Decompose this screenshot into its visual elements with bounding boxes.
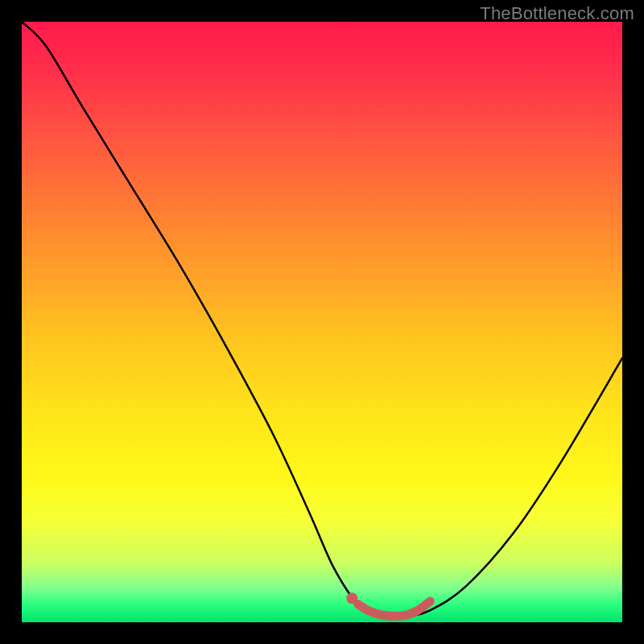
highlight-dot-icon [346, 592, 357, 604]
chart-container: TheBottleneck.com [0, 0, 644, 644]
bottleneck-curve [22, 22, 622, 617]
highlight-segment [358, 601, 431, 617]
chart-svg [22, 22, 622, 622]
plot-area [22, 22, 622, 622]
